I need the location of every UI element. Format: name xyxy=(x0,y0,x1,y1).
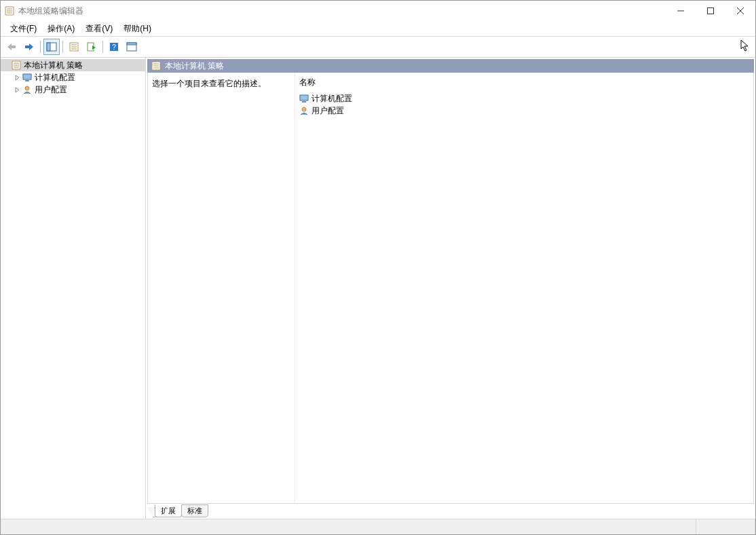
tab-extended[interactable]: 扩展 xyxy=(155,504,182,517)
toolbar-separator xyxy=(40,41,41,53)
nav-forward-button[interactable] xyxy=(21,39,37,55)
list-item-user-config[interactable]: 用户配置 xyxy=(299,105,753,117)
computer-icon xyxy=(299,94,309,103)
svg-rect-21 xyxy=(127,43,136,45)
properties-button[interactable] xyxy=(66,39,82,55)
arrow-right-icon xyxy=(24,42,35,52)
tab-bar: 扩展 标准 xyxy=(147,504,754,517)
title-bar: 本地组策略编辑器 xyxy=(1,1,755,21)
list-item-label: 计算机配置 xyxy=(311,93,352,105)
help-button[interactable]: ? xyxy=(106,39,122,55)
detail-body: 选择一个项目来查看它的描述。 名称 计算机配置 用户配置 xyxy=(147,73,754,504)
toolbar-separator xyxy=(102,41,103,53)
status-cell-right xyxy=(696,519,755,534)
maximize-button[interactable] xyxy=(696,1,725,21)
mouse-cursor xyxy=(740,39,750,52)
svg-point-35 xyxy=(302,107,306,111)
tab-standard[interactable]: 标准 xyxy=(181,504,208,517)
list-item-computer-config[interactable]: 计算机配置 xyxy=(299,92,753,105)
app-icon xyxy=(5,6,14,16)
user-icon xyxy=(299,106,309,115)
policy-doc-icon xyxy=(12,60,21,70)
status-cell-main xyxy=(1,519,696,534)
minimize-icon xyxy=(677,7,684,14)
description-hint: 选择一个项目来查看它的描述。 xyxy=(152,79,266,88)
column-header-name[interactable]: 名称 xyxy=(299,75,753,92)
tree-root-label: 本地计算机 策略 xyxy=(24,60,83,71)
maximize-icon xyxy=(707,7,714,14)
body-area: 本地计算机 策略 计算机配置 用户配置 xyxy=(1,58,755,519)
help-icon: ? xyxy=(109,42,119,52)
export-icon xyxy=(87,42,96,52)
tree-item-user-config[interactable]: 用户配置 xyxy=(1,84,145,96)
toolbar: ? xyxy=(1,37,755,58)
filter-button[interactable] xyxy=(124,39,140,55)
properties-icon xyxy=(69,42,79,52)
detail-header-title: 本地计算机 策略 xyxy=(165,60,224,72)
user-icon xyxy=(22,85,32,94)
status-bar xyxy=(1,519,755,534)
nav-back-button[interactable] xyxy=(3,39,20,55)
svg-rect-11 xyxy=(47,43,50,51)
svg-rect-33 xyxy=(300,95,308,100)
svg-text:?: ? xyxy=(112,43,116,51)
menu-bar: 文件(F) 操作(A) 查看(V) 帮助(H) xyxy=(1,21,755,37)
menu-file[interactable]: 文件(F) xyxy=(5,22,42,36)
menu-action[interactable]: 操作(A) xyxy=(42,22,80,36)
tree-pane[interactable]: 本地计算机 策略 计算机配置 用户配置 xyxy=(1,58,146,519)
list-column[interactable]: 名称 计算机配置 用户配置 xyxy=(295,73,753,503)
description-column: 选择一个项目来查看它的描述。 xyxy=(148,73,295,503)
svg-rect-34 xyxy=(302,101,306,103)
arrow-left-icon xyxy=(6,42,17,52)
menu-view[interactable]: 查看(V) xyxy=(80,22,118,36)
tree-item-computer-config[interactable]: 计算机配置 xyxy=(1,71,145,84)
window-title: 本地组策略编辑器 xyxy=(18,5,83,17)
close-button[interactable] xyxy=(725,1,755,21)
show-tree-button[interactable] xyxy=(43,39,60,55)
minimize-button[interactable] xyxy=(666,1,696,21)
svg-marker-9 xyxy=(25,43,33,50)
svg-rect-26 xyxy=(23,74,31,79)
list-item-label: 用户配置 xyxy=(311,105,344,117)
menu-help[interactable]: 帮助(H) xyxy=(118,22,157,36)
filter-icon xyxy=(126,42,137,52)
tree-item-label: 计算机配置 xyxy=(35,72,75,84)
svg-rect-27 xyxy=(25,80,29,81)
toolbar-separator xyxy=(62,41,63,53)
svg-rect-5 xyxy=(708,8,714,14)
tree-item-label: 用户配置 xyxy=(35,84,67,96)
expander-icon[interactable] xyxy=(14,75,22,81)
policy-doc-icon xyxy=(151,61,161,71)
close-icon xyxy=(737,7,744,14)
svg-marker-8 xyxy=(7,43,16,50)
export-button[interactable] xyxy=(83,39,100,55)
tree-root-local-policy[interactable]: 本地计算机 策略 xyxy=(1,59,145,71)
detail-pane: 本地计算机 策略 选择一个项目来查看它的描述。 名称 计算机配置 xyxy=(146,58,755,519)
app-window: 本地组策略编辑器 文件(F) 操作(A) 查看(V) 帮助(H) xyxy=(0,0,756,535)
expander-icon[interactable] xyxy=(14,87,22,93)
computer-icon xyxy=(22,73,32,82)
svg-point-28 xyxy=(25,86,29,90)
detail-header: 本地计算机 策略 xyxy=(147,59,754,73)
tree-pane-icon xyxy=(46,42,57,52)
